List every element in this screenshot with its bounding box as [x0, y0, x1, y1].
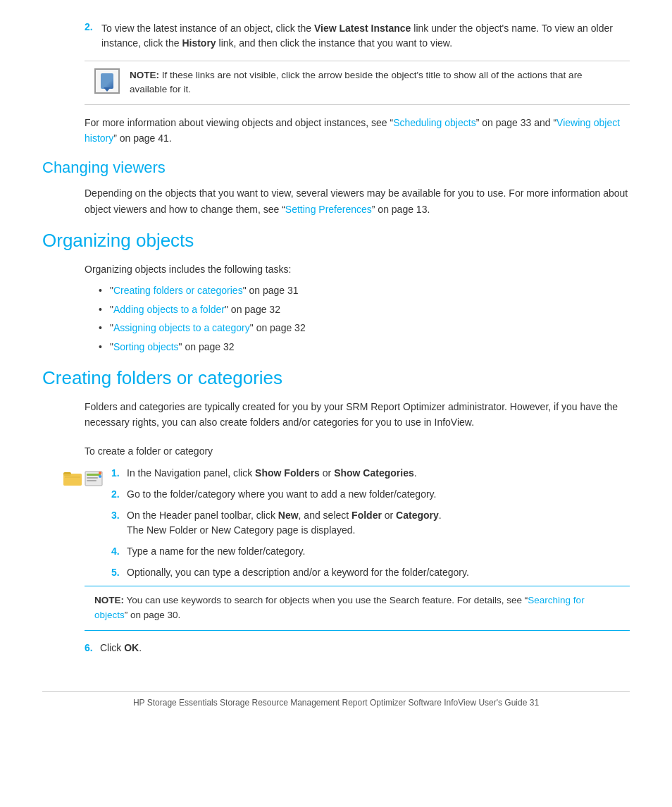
- category-icon: [85, 470, 104, 487]
- page-content: 2. To view the latest instance of an obj…: [42, 21, 630, 708]
- note-label-1: NOTE:: [130, 70, 159, 80]
- setting-preferences-link[interactable]: Setting Preferences: [285, 204, 372, 215]
- bullet-suffix-2: " on page 32: [225, 304, 280, 315]
- bullet-item-3: "Assigning objects to a category" on pag…: [99, 320, 630, 335]
- creating-folders-heading: Creating folders or categories: [42, 367, 630, 389]
- folder-bold: Folder: [351, 510, 382, 521]
- new-bold: New: [278, 510, 299, 521]
- bullet-suffix-4: " on page 32: [179, 341, 235, 352]
- scheduling-objects-link[interactable]: Scheduling objects: [393, 117, 476, 128]
- cv-para-after: ” on page 13.: [372, 204, 430, 215]
- note-content-1: If these links are not visible, click th…: [130, 70, 583, 94]
- step-1-text: In the Navigation panel, click Show Fold…: [127, 466, 630, 481]
- bullet-suffix-3: " on page 32: [250, 322, 306, 333]
- note-box-2: NOTE: You can use keywords to search for…: [85, 586, 630, 631]
- info-para-after: ” on page 41.: [113, 133, 172, 144]
- info-para-before: For more information about viewing objec…: [85, 117, 393, 128]
- svg-point-9: [99, 475, 101, 478]
- step-2-num: 2.: [111, 487, 127, 503]
- bullet-item-2: "Adding objects to a folder" on page 32: [99, 302, 630, 317]
- step-5: 5. Optionally, you can type a descriptio…: [111, 565, 630, 581]
- step-4: 4. Type a name for the new folder/catego…: [111, 544, 630, 560]
- steps-icon-col: [63, 466, 104, 586]
- step-2: 2. Go to the folder/category where you w…: [111, 487, 630, 503]
- step-2-text: To view the latest instance of an object…: [101, 21, 630, 51]
- organizing-intro: Organizing objects includes the followin…: [85, 261, 630, 277]
- step-3-subtext: The New Folder or New Category page is d…: [127, 524, 356, 536]
- organizing-bullet-list: "Creating folders or categories" on page…: [99, 283, 630, 355]
- step-1: 1. In the Navigation panel, click Show F…: [111, 466, 630, 481]
- show-categories-bold: Show Categories: [334, 467, 414, 479]
- bullet-item-4: "Sorting objects" on page 32: [99, 339, 630, 355]
- step6-after: .: [139, 642, 142, 653]
- step-3-num: 3.: [111, 508, 127, 538]
- sorting-objects-link[interactable]: Sorting objects: [113, 341, 179, 352]
- view-latest-bold: View Latest Instance: [314, 23, 411, 34]
- step-6-section: 6. Click OK.: [85, 641, 630, 656]
- step-2-text: Go to the folder/category where you want…: [127, 487, 630, 503]
- creating-steps-list: 1. In the Navigation panel, click Show F…: [111, 466, 630, 586]
- step-6: 6. Click OK.: [85, 641, 630, 656]
- step-5-num: 5.: [111, 565, 127, 581]
- creating-folders-para: Folders and categories are typically cre…: [85, 399, 630, 431]
- bullet-suffix-1: " on page 31: [243, 285, 299, 296]
- svg-rect-6: [87, 477, 98, 479]
- svg-rect-2: [63, 474, 82, 486]
- svg-point-8: [99, 472, 101, 474]
- note2-after: ” on page 30.: [125, 610, 181, 620]
- note-text-1: NOTE: If these links are not visible, cl…: [130, 68, 620, 97]
- steps-with-icon-section: 1. In the Navigation panel, click Show F…: [63, 466, 630, 586]
- info-para-mid: ” on page 33 and “: [476, 117, 556, 128]
- step-5-text: Optionally, you can type a description a…: [127, 565, 630, 581]
- step-4-num: 4.: [111, 544, 127, 560]
- note-icon-graphic: [101, 73, 113, 89]
- step2-text3: link, and then click the instance that y…: [216, 37, 452, 49]
- folder-icons: [63, 469, 104, 487]
- step-3-text: On the Header panel toolbar, click New, …: [127, 508, 630, 538]
- step-6-num: 6.: [85, 641, 100, 656]
- history-bold: History: [182, 37, 216, 49]
- creating-folders-link[interactable]: Creating folders or categories: [113, 285, 243, 296]
- changing-viewers-para: Depending on the objects that you want t…: [85, 185, 630, 217]
- intro-steps: 2. To view the latest instance of an obj…: [85, 21, 630, 51]
- note-label-2: NOTE:: [94, 595, 124, 605]
- step-1-num: 1.: [111, 466, 127, 481]
- svg-rect-5: [87, 474, 101, 476]
- changing-viewers-heading: Changing viewers: [42, 159, 630, 177]
- step-6-text: Click OK.: [100, 641, 630, 656]
- note-icon-1: [94, 68, 120, 94]
- to-create-label: To create a folder or category: [85, 443, 630, 459]
- step-2-num: 2.: [85, 21, 101, 51]
- page-footer: HP Storage Essentials Storage Resource M…: [42, 691, 630, 708]
- info-para-1: For more information about viewing objec…: [85, 115, 630, 147]
- footer-text: HP Storage Essentials Storage Resource M…: [133, 698, 539, 708]
- svg-rect-7: [87, 480, 97, 481]
- step6-before: Click: [100, 642, 124, 653]
- note-box-1: NOTE: If these links are not visible, cl…: [85, 61, 630, 105]
- assigning-objects-link[interactable]: Assigning objects to a category: [113, 322, 250, 333]
- note2-before: You can use keywords to search for objec…: [124, 595, 528, 605]
- ok-bold: OK: [124, 642, 139, 653]
- folder-icon: [63, 470, 83, 487]
- adding-objects-link[interactable]: Adding objects to a folder: [113, 304, 225, 315]
- step-4-text: Type a name for the new folder/category.: [127, 544, 630, 560]
- step-3: 3. On the Header panel toolbar, click Ne…: [111, 508, 630, 538]
- organizing-objects-heading: Organizing objects: [42, 230, 630, 252]
- step-2-item: 2. To view the latest instance of an obj…: [85, 21, 630, 51]
- category-bold: Category: [396, 510, 439, 521]
- bullet-item-1: "Creating folders or categories" on page…: [99, 283, 630, 298]
- show-folders-bold: Show Folders: [255, 467, 320, 479]
